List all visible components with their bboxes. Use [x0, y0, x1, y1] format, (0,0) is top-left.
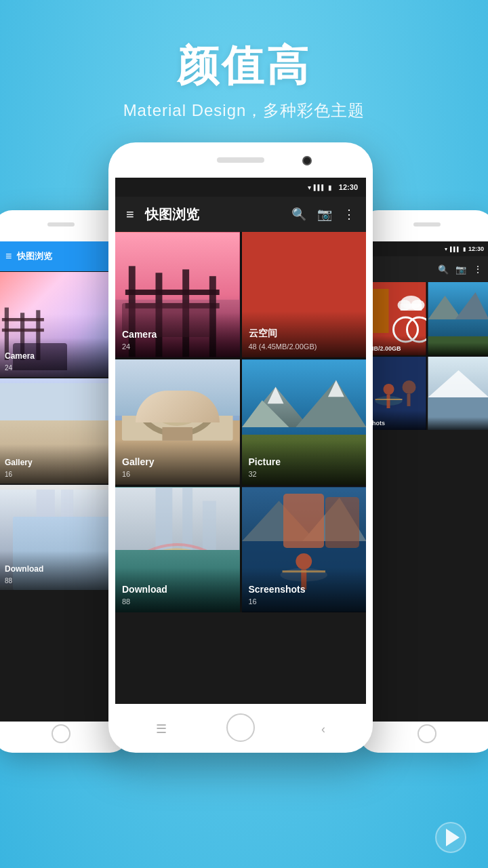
right-lake-overlay [428, 417, 488, 430]
left-camera-count: 24 [5, 364, 12, 372]
center-more-icon[interactable]: ⋮ [343, 207, 355, 222]
left-album-download[interactable]: Download 88 [0, 485, 123, 590]
right-shots-name: shots [369, 420, 422, 427]
phone-left-notch [47, 222, 75, 226]
right-status-time: 12:30 [468, 245, 484, 252]
center-home-button[interactable] [226, 713, 255, 742]
svg-rect-21 [125, 303, 220, 309]
phone-left-home-button[interactable] [52, 724, 70, 743]
phone-center: ☰ ‹ ▾ ▌▌▌ ▮ 12:30 ≡ 快图浏览 🔍 [108, 142, 373, 753]
headline-title: 颜值高 [0, 37, 488, 94]
right-search-icon[interactable]: 🔍 [438, 264, 449, 275]
center-camera-overlay: Camera 24 [115, 313, 240, 357]
center-screen: ▾ ▌▌▌ ▮ 12:30 ≡ 快图浏览 🔍 📷 ⋮ [115, 178, 366, 704]
center-picture-name: Picture [249, 456, 360, 467]
right-camera-icon[interactable]: 📷 [455, 264, 466, 275]
center-cloud-name: 云空间 [249, 328, 360, 340]
center-album-download[interactable]: Download 88 [115, 487, 240, 612]
center-status-icons: ▾ ▌▌▌ ▮ [308, 184, 332, 191]
right-screen: ▾ ▌▌▌ ▮ 12:30 🔍 📷 ⋮ [365, 241, 488, 722]
center-menu-icon[interactable]: ≡ [126, 207, 134, 222]
right-home-button[interactable] [418, 724, 436, 743]
svg-rect-4 [2, 329, 44, 332]
left-album-camera[interactable]: Camera 24 [0, 272, 123, 377]
bottom-logo [434, 821, 468, 854]
center-nav-left[interactable]: ☰ [156, 722, 167, 736]
left-gallery-name: Gallery [5, 458, 117, 467]
left-download-label: Download 88 [0, 551, 123, 590]
headline-section: 颜值高 Material Design，多种彩色主题 [0, 0, 488, 125]
center-download-count: 88 [122, 597, 130, 606]
center-gallery-count: 16 [122, 470, 130, 478]
center-search-icon[interactable]: 🔍 [291, 207, 306, 222]
wifi-icon: ▾ [308, 184, 311, 191]
center-screenshots-name: Screenshots [249, 584, 360, 595]
svg-rect-25 [253, 248, 287, 315]
svg-point-33 [314, 269, 338, 288]
svg-rect-81 [387, 395, 390, 408]
center-camera-icon[interactable]: 📷 [317, 207, 332, 222]
svg-rect-39 [122, 380, 233, 387]
left-download-count: 88 [5, 577, 12, 585]
center-album-camera[interactable]: Camera 24 [115, 232, 240, 357]
center-album-picture[interactable]: Picture 32 [242, 359, 367, 485]
center-screenshots-overlay: Screenshots 16 [242, 568, 367, 612]
svg-rect-84 [407, 394, 411, 406]
right-album-cloud[interactable]: MB/2.00GB [365, 282, 426, 355]
center-album-screenshots[interactable]: Screenshots 16 [242, 487, 367, 612]
right-battery-icon: ▮ [463, 246, 466, 252]
center-screenshots-count: 16 [249, 597, 257, 606]
svg-point-83 [403, 380, 416, 394]
left-album-gallery[interactable]: Gallery 16 [0, 378, 123, 484]
right-album-lake[interactable] [428, 357, 488, 430]
svg-rect-24 [251, 246, 289, 320]
right-album-shots[interactable]: shots [365, 357, 426, 430]
center-cloud-count: 48 (4.45MB/2.00GB) [249, 342, 317, 351]
page: 颜值高 Material Design，多种彩色主题 ≡ 快图浏览 [0, 0, 488, 868]
center-status-bar: ▾ ▌▌▌ ▮ 12:30 [115, 178, 366, 197]
svg-point-12 [56, 534, 66, 544]
center-app-title: 快图浏览 [145, 205, 291, 224]
center-nav-right[interactable]: ‹ [321, 722, 325, 736]
center-picture-count: 32 [249, 470, 257, 478]
left-download-name: Download [5, 564, 117, 574]
right-album-picture[interactable] [428, 282, 488, 355]
right-picture-overlay [428, 342, 488, 355]
right-more-icon[interactable]: ⋮ [473, 264, 483, 275]
left-camera-name: Camera [5, 351, 117, 361]
left-gallery-count: 16 [5, 471, 12, 478]
left-camera-label: Camera 24 [0, 338, 123, 377]
svg-rect-36 [115, 360, 240, 420]
svg-rect-42 [162, 427, 192, 441]
svg-point-27 [281, 282, 286, 288]
svg-point-41 [147, 375, 207, 426]
center-download-overlay: Download 88 [115, 568, 240, 612]
phones-group: ≡ 快图浏览 [0, 142, 488, 821]
right-status-bar: ▾ ▌▌▌ ▮ 12:30 [365, 241, 488, 256]
center-camera-dot [302, 156, 312, 165]
right-cloud-overlay: MB/2.00GB [365, 336, 426, 355]
left-menu-icon[interactable]: ≡ [5, 250, 12, 262]
phone-right: ▾ ▌▌▌ ▮ 12:30 🔍 📷 ⋮ [359, 210, 488, 753]
center-album-gallery[interactable]: Gallery 16 [115, 359, 240, 485]
right-toolbar: 🔍 📷 ⋮ [365, 256, 488, 282]
svg-rect-20 [125, 290, 220, 295]
right-cloud-name: MB/2.00GB [369, 345, 422, 352]
center-toolbar-actions: 🔍 📷 ⋮ [291, 207, 355, 222]
svg-point-34 [333, 267, 358, 286]
center-download-name: Download [122, 584, 233, 595]
center-status-time: 12:30 [339, 183, 358, 191]
svg-rect-3 [2, 318, 44, 321]
left-album-grid: Camera 24 [0, 271, 123, 591]
right-signal-icon: ▌▌▌ [450, 247, 460, 252]
center-camera-name: Camera [122, 329, 233, 340]
center-toolbar: ≡ 快图浏览 🔍 📷 ⋮ [115, 197, 366, 232]
center-gallery-name: Gallery [122, 456, 233, 467]
center-album-cloud[interactable]: 云空间 48 (4.45MB/2.00GB) [242, 232, 367, 357]
center-albums-grid: Camera 24 [115, 232, 366, 612]
svg-rect-5 [0, 383, 123, 433]
battery-icon: ▮ [328, 184, 332, 191]
svg-rect-26 [262, 250, 279, 263]
center-cloud-overlay: 云空间 48 (4.45MB/2.00GB) [242, 311, 367, 357]
signal-icon: ▌▌▌ [314, 184, 325, 191]
